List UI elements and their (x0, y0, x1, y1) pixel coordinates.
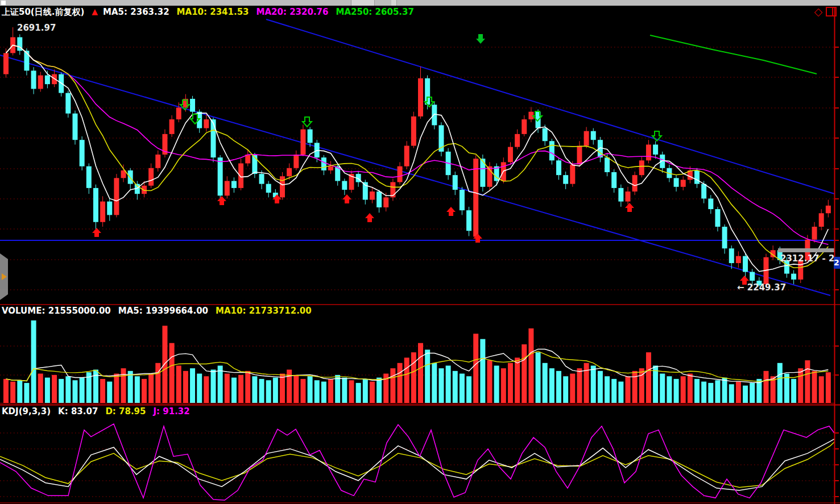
volume-bar (211, 370, 216, 403)
volume-bar (626, 376, 631, 403)
ma5-line (6, 45, 829, 271)
volume-bar (473, 334, 478, 403)
candle-body (473, 159, 478, 236)
candle-body (701, 184, 706, 199)
volume-bar (31, 320, 36, 403)
volume-bar (65, 376, 71, 403)
candle-body (38, 76, 43, 89)
candle-body (432, 105, 437, 125)
candle-body (376, 191, 382, 207)
volume-bar (736, 382, 741, 403)
candle-body (515, 134, 520, 147)
volume-bar (487, 360, 493, 403)
volume-bar (826, 372, 831, 403)
candle-body (80, 140, 85, 166)
volume-bar (93, 370, 98, 403)
kdj-panel-divider (0, 404, 840, 406)
candle-body (715, 209, 720, 227)
window-controls: ◇ (814, 6, 837, 17)
volume-bar (494, 365, 499, 403)
ma10-line (6, 45, 829, 268)
volume-bar (549, 368, 555, 403)
candle-body (383, 197, 388, 207)
candle-body (328, 166, 333, 170)
candle-body (225, 181, 230, 195)
volume-baseline (0, 403, 834, 403)
volume-bar (404, 357, 409, 403)
low-price-value: 2249.37 (747, 282, 786, 293)
volume-bar (266, 380, 271, 403)
candle-body (570, 165, 575, 184)
volume-bar (577, 368, 582, 403)
candle-body (280, 176, 285, 197)
volume-bar (128, 371, 133, 403)
candle-body (259, 174, 264, 184)
panel-expand-tab[interactable] (0, 253, 8, 300)
candle-body (308, 130, 313, 143)
candle-body (577, 146, 582, 165)
chart-canvas[interactable] (0, 0, 840, 504)
channel-line-upper[interactable] (266, 19, 834, 194)
ma250-value-label: MA250: 2605.37 (336, 7, 414, 18)
volume-bar (225, 374, 230, 403)
candle-body (453, 175, 458, 190)
candle-body (321, 157, 326, 170)
volume-bar (238, 375, 243, 403)
volume-bar (674, 379, 679, 403)
candle-body (300, 130, 305, 155)
measure-bar[interactable] (778, 248, 834, 252)
candle-body (190, 99, 195, 112)
candle-body (694, 170, 700, 184)
volume-bar (273, 378, 278, 403)
volume-bar (819, 376, 824, 403)
volume-bar (162, 326, 167, 403)
volume-bar (349, 380, 354, 403)
volume-bar (280, 374, 285, 403)
split-window-icon[interactable] (826, 7, 837, 16)
volume-bar (10, 382, 15, 403)
volume-bar (107, 382, 112, 403)
candle-body (155, 155, 160, 168)
volume-bar (764, 371, 769, 403)
volume-bar (729, 384, 734, 403)
kdj-j-value-label: J: 91.32 (154, 406, 190, 416)
volume-bar (508, 363, 513, 403)
volume-bar (80, 378, 85, 403)
low-price-label: ← 2249.37 (737, 282, 786, 293)
volume-bar (376, 378, 382, 403)
candle-body (508, 147, 513, 163)
candle-body (584, 131, 589, 146)
candle-body (543, 128, 548, 141)
volume-bar (660, 374, 665, 403)
diamond-icon[interactable]: ◇ (814, 6, 822, 17)
measure-range-label: 2312.17 - 2 (780, 253, 840, 264)
candle-body (31, 70, 36, 89)
volume-bar (176, 365, 181, 403)
volume-bar (73, 380, 78, 403)
candle-body (791, 274, 796, 280)
candle-body (819, 213, 824, 227)
volume-bar (142, 379, 147, 403)
ma5-value-label: MA5: 2363.32 (103, 7, 169, 18)
volume-bar (605, 376, 610, 403)
candle-body (556, 160, 561, 175)
volume-bar (335, 375, 340, 403)
buy-signal-arrow-icon (625, 203, 634, 212)
volume-bar (501, 368, 506, 403)
candle-body (114, 178, 119, 215)
volume-bar (45, 378, 50, 403)
candle-body (3, 53, 9, 74)
candle-body (148, 168, 154, 186)
volume-bar (460, 374, 465, 403)
candle-body (618, 188, 623, 202)
volume-bar (528, 328, 533, 403)
main-chart-header: 上证50(日线.前复权) ▲ MA5: 2363.32 MA10: 2341.5… (2, 7, 414, 18)
volume-bar (425, 349, 430, 403)
candle-body (86, 166, 92, 188)
volume-bar (59, 379, 64, 403)
axis-price-badge: 2 (834, 257, 840, 269)
candle-body (708, 198, 713, 209)
kdj-j-line (0, 424, 834, 500)
candle-body (460, 190, 465, 210)
volume-bar (632, 371, 638, 403)
